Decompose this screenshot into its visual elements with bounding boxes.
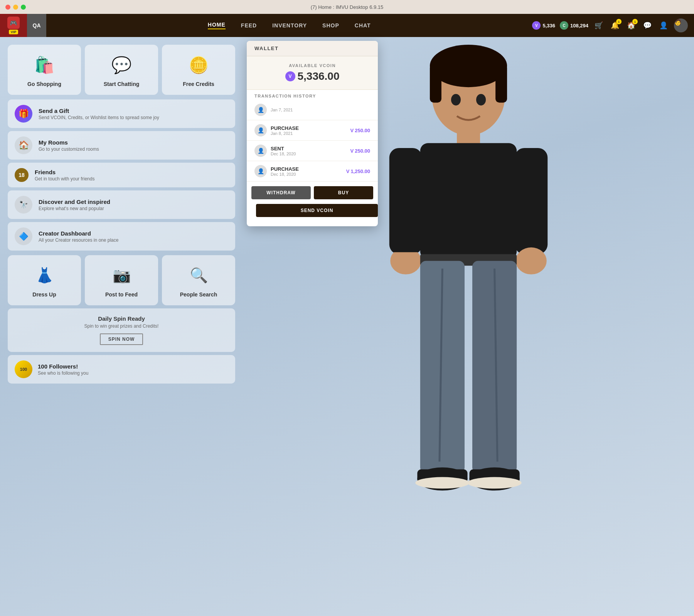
wallet-popup: WALLET AVAILABLE VCOIN V 5,336.00 TRANSA…: [247, 41, 378, 226]
trans-amount-1: V 250.00: [350, 128, 370, 133]
creator-dashboard-item[interactable]: 🔷 Creator Dashboard All your Creator res…: [8, 222, 235, 251]
go-shopping-card[interactable]: 🛍️ Go Shopping: [8, 45, 81, 95]
creator-dashboard-subtitle: All your Creator resources in one place: [39, 237, 118, 243]
rooms-icon: 🏠: [15, 136, 32, 154]
people-search-card[interactable]: 🔍 People Search: [162, 255, 235, 305]
svg-point-20: [415, 477, 469, 489]
creator-dashboard-icon: 🔷: [15, 227, 32, 245]
my-rooms-item[interactable]: 🏠 My Rooms Go to your customized rooms: [8, 131, 235, 160]
trans-type-3: PURCHASE: [271, 166, 342, 172]
trans-avatar-3: 👤: [254, 165, 267, 177]
trans-type-1: PURCHASE: [271, 125, 347, 131]
notifications-button[interactable]: 🔔 1: [609, 20, 621, 31]
send-gift-text: Send a Gift Send VCOIN, Credits, or Wish…: [39, 108, 159, 120]
vcoin-balance[interactable]: V 5,336: [532, 21, 555, 30]
svg-rect-3: [495, 64, 507, 103]
nav-logo[interactable]: 🎮 VIP: [0, 14, 27, 37]
trans-type-2: SENT: [271, 146, 347, 151]
people-search-icon: 🔍: [186, 263, 211, 288]
trans-vcoin-icon-1: V: [350, 128, 354, 133]
dress-up-card[interactable]: 👗 Dress Up: [8, 255, 81, 305]
followers-text: 100 Followers! See who is following you: [38, 363, 88, 376]
add-friend-button[interactable]: 👤: [658, 20, 669, 31]
wallet-amount: V 5,336.00: [254, 70, 370, 82]
svg-rect-10: [391, 244, 420, 252]
bottom-actions-row: 👗 Dress Up 📷 Post to Feed 🔍 People Searc…: [8, 255, 235, 305]
trans-info-0: Jan 7, 2021: [271, 108, 370, 112]
send-gift-item[interactable]: 🎁 Send a Gift Send VCOIN, Credits, or Wi…: [8, 99, 235, 128]
trans-date-3: Dec 18, 2020: [271, 172, 342, 177]
friends-item[interactable]: 18 Friends Get in touch with your friend…: [8, 163, 235, 187]
followers-badge-count: 100: [20, 367, 27, 372]
withdraw-button[interactable]: WITHDRAW: [251, 186, 311, 199]
trans-date-1: Jan 8, 2021: [271, 131, 347, 136]
buy-button[interactable]: BUY: [314, 186, 373, 199]
home-nav-button[interactable]: 🏠 1: [625, 20, 637, 31]
post-to-feed-label: Post to Feed: [105, 291, 138, 298]
svg-rect-6: [389, 148, 422, 254]
followers-title: 100 Followers!: [38, 363, 88, 370]
close-button[interactable]: [5, 5, 10, 10]
vcoin-icon: V: [532, 21, 541, 30]
cart-button[interactable]: 🛒: [593, 20, 605, 31]
post-to-feed-card[interactable]: 📷 Post to Feed: [85, 255, 158, 305]
discover-item[interactable]: 🔭 Discover and Get inspired Explore what…: [8, 190, 235, 219]
dress-up-label: Dress Up: [32, 291, 56, 298]
dress-up-icon: 👗: [32, 263, 57, 288]
maximize-button[interactable]: [21, 5, 26, 10]
credits-balance[interactable]: C 108,294: [560, 21, 588, 30]
start-chatting-label: Start Chatting: [104, 81, 140, 87]
discover-subtitle: Explore what's new and popular: [39, 206, 110, 211]
svg-point-22: [451, 94, 461, 106]
discover-title: Discover and Get inspired: [39, 199, 110, 205]
vcoin-amount: 5,336: [542, 23, 555, 29]
trans-info-3: PURCHASE Dec 18, 2020: [271, 166, 342, 177]
nav-right: V 5,336 C 108,294 🛒 🔔 1 🏠 1 💬 👤 🧑: [532, 19, 694, 32]
nav-chat[interactable]: CHAT: [355, 22, 371, 29]
transaction-history-label: TRANSACTION HISTORY: [247, 90, 378, 100]
title-bar: (7) Home : IMVU Desktop 6.9.15: [0, 0, 694, 14]
start-chatting-card[interactable]: 💬 Start Chatting: [85, 45, 158, 95]
transaction-row-3: 👤 PURCHASE Dec 18, 2020 V 1,250.00: [247, 161, 378, 182]
wallet-available-label: AVAILABLE VCOIN: [254, 63, 370, 68]
wallet-balance-section: AVAILABLE VCOIN V 5,336.00: [247, 56, 378, 90]
trans-amount-3: V 1,250.00: [346, 168, 370, 174]
nav-inventory[interactable]: INVENTORY: [272, 22, 307, 29]
discover-text: Discover and Get inspired Explore what's…: [39, 199, 110, 211]
nav-shop[interactable]: SHOP: [322, 22, 339, 29]
followers-item[interactable]: 100 100 Followers! See who is following …: [8, 355, 235, 384]
svg-rect-5: [420, 143, 517, 259]
transaction-row-1: 👤 PURCHASE Jan 8, 2021 V 250.00: [247, 120, 378, 141]
free-credits-icon: 🪙: [186, 52, 211, 77]
wallet-actions: WITHDRAW BUY: [247, 182, 378, 204]
user-avatar[interactable]: 🧑: [674, 19, 688, 32]
my-rooms-title: My Rooms: [39, 139, 99, 146]
nav-feed[interactable]: FEED: [241, 22, 257, 29]
spin-now-button[interactable]: SPIN NOW: [100, 333, 143, 345]
nav-links: HOME FEED INVENTORY SHOP CHAT: [46, 22, 532, 29]
daily-spin-title: Daily Spin Ready: [15, 315, 228, 322]
free-credits-card[interactable]: 🪙 Free Credits: [162, 45, 235, 95]
my-rooms-text: My Rooms Go to your customized rooms: [39, 139, 99, 152]
imvu-logo-icon: 🎮: [7, 17, 20, 29]
send-vcoin-button[interactable]: SEND VCOIN: [256, 204, 378, 217]
my-rooms-subtitle: Go to your customized rooms: [39, 146, 99, 152]
friends-badge: 18: [15, 168, 29, 182]
credits-icon: C: [560, 21, 568, 30]
nav-home[interactable]: HOME: [208, 22, 226, 29]
go-shopping-label: Go Shopping: [27, 81, 61, 87]
home-badge: 1: [632, 19, 638, 24]
svg-point-21: [467, 477, 521, 489]
trans-date-2: Dec 18, 2020: [271, 151, 347, 156]
trans-info-1: PURCHASE Jan 8, 2021: [271, 125, 347, 136]
go-shopping-icon: 🛍️: [32, 52, 57, 77]
free-credits-label: Free Credits: [183, 81, 214, 87]
messages-button[interactable]: 💬: [642, 20, 653, 31]
minimize-button[interactable]: [13, 5, 18, 10]
svg-point-9: [516, 247, 547, 274]
qa-badge: QA: [27, 14, 46, 37]
trans-avatar-2: 👤: [254, 145, 267, 157]
followers-subtitle: See who is following you: [38, 370, 88, 376]
trans-amount-value-1: 250.00: [355, 128, 370, 133]
nav-bar: 🎮 VIP QA HOME FEED INVENTORY SHOP CHAT V…: [0, 14, 694, 37]
